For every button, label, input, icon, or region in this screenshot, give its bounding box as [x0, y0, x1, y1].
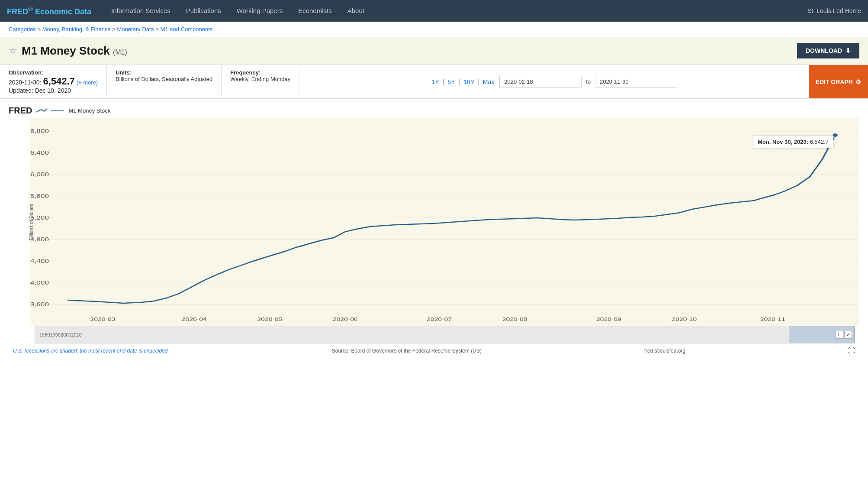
- obs-date-value: 2020-11-30: 6,542.7 (+ more): [9, 76, 98, 87]
- minimap-controls: ⏸ ⤢: [836, 331, 852, 339]
- minimap-pause-button[interactable]: ⏸: [836, 331, 843, 339]
- obs-block-observation: Observation: 2020-11-30: 6,542.7 (+ more…: [0, 65, 107, 98]
- svg-text:2020-04: 2020-04: [182, 317, 207, 322]
- breadcrumb-categories[interactable]: Categories: [9, 26, 36, 32]
- main-nav: FRED® Economic Data Information Services…: [0, 0, 868, 22]
- favorite-icon[interactable]: ☆: [9, 45, 17, 56]
- minimap-2010: 2010: [71, 332, 81, 337]
- chart-footer: U.S. recessions are shaded; the most rec…: [4, 343, 864, 358]
- fred-url: fred.stlouisfed.org: [644, 348, 685, 354]
- edit-graph-button[interactable]: EDIT GRAPH ⚙: [809, 65, 868, 98]
- obs-more-link[interactable]: (+ more): [77, 79, 98, 86]
- range-10y[interactable]: 10Y: [463, 78, 475, 85]
- breadcrumb-monetary-data[interactable]: Monetary Data: [117, 26, 154, 32]
- svg-text:2020-08: 2020-08: [502, 317, 527, 322]
- frequency-value: Weekly, Ending Monday: [230, 76, 290, 82]
- stl-home-link[interactable]: St. Louis Fed Home: [807, 7, 861, 14]
- obs-updated: Updated: Dec 10, 2020: [9, 87, 98, 94]
- nav-publications[interactable]: Publications: [178, 0, 229, 22]
- date-to-input[interactable]: [595, 76, 677, 87]
- svg-point-18: [832, 133, 838, 137]
- obs-block-units: Units: Billions of Dollars, Seasonally A…: [107, 65, 222, 98]
- chart-logo-icon: [36, 108, 47, 114]
- svg-text:6,800: 6,800: [30, 128, 49, 134]
- chart-legend: FRED M1 Money Stock: [4, 103, 864, 118]
- svg-text:2020-09: 2020-09: [596, 317, 621, 322]
- svg-text:2020-07: 2020-07: [427, 317, 452, 322]
- units-label: Units:: [116, 69, 212, 76]
- series-id: (M1): [113, 49, 127, 56]
- chart-area: Billions of Dollars 6,800 6,400: [30, 118, 859, 326]
- source-note: Source: Board of Governors of the Federa…: [332, 348, 482, 354]
- range-max[interactable]: Max: [482, 78, 495, 85]
- minimap-1980: 1980: [39, 332, 50, 337]
- date-from-input[interactable]: [499, 76, 582, 87]
- obs-updated-value: Dec 10, 2020: [35, 87, 71, 94]
- page-title: M1 Money Stock (M1): [22, 44, 127, 58]
- nav-about[interactable]: About: [340, 0, 372, 22]
- obs-label: Observation:: [9, 69, 98, 76]
- nav-information-services[interactable]: Information Services: [103, 0, 178, 22]
- obs-updated-label: Updated:: [9, 87, 33, 94]
- obs-block-frequency: Frequency: Weekly, Ending Monday: [222, 65, 299, 98]
- chart-legend-label: M1 Money Stock: [68, 107, 110, 114]
- chart-outer: Billions of Dollars 6,800 6,400: [4, 118, 864, 326]
- brand-text: FRED® Economic Data: [7, 7, 91, 16]
- edit-graph-icon: ⚙: [855, 78, 861, 85]
- minimap-container: 1980 1990 2000 2010 ⏸ ⤢: [4, 326, 864, 343]
- minimap: 1980 1990 2000 2010 ⏸ ⤢: [35, 326, 855, 343]
- observation-row: Observation: 2020-11-30: 6,542.7 (+ more…: [0, 65, 868, 99]
- svg-text:5,600: 5,600: [30, 193, 49, 199]
- nav-economists[interactable]: Economists: [290, 0, 340, 22]
- nav-working-papers[interactable]: Working Papers: [229, 0, 290, 22]
- download-button[interactable]: DOWNLOAD ⬇: [797, 43, 859, 58]
- time-controls: 1Y | 5Y | 10Y | Max to: [422, 65, 686, 98]
- svg-text:2020-10: 2020-10: [672, 317, 697, 322]
- svg-text:2020-05: 2020-05: [257, 317, 283, 322]
- download-icon: ⬇: [845, 47, 851, 54]
- breadcrumb-money-banking[interactable]: Money, Banking, & Finance: [42, 26, 111, 32]
- svg-text:6,400: 6,400: [30, 150, 49, 155]
- minimap-labels: 1980 1990 2000 2010: [35, 326, 855, 343]
- breadcrumb: Categories > Money, Banking, & Finance >…: [0, 22, 868, 37]
- range-1y[interactable]: 1Y: [431, 78, 440, 85]
- chart-legend-line: [51, 110, 64, 111]
- y-axis-label: Billions of Dollars: [29, 204, 34, 240]
- svg-text:2020-06: 2020-06: [333, 317, 358, 322]
- range-5y[interactable]: 5Y: [447, 78, 456, 85]
- svg-text:4,000: 4,000: [30, 280, 49, 285]
- recession-note[interactable]: U.S. recessions are shaded; the most rec…: [13, 348, 169, 354]
- fullscreen-icon[interactable]: ⛶: [848, 347, 855, 355]
- svg-text:3,600: 3,600: [30, 301, 49, 307]
- svg-text:2020-03: 2020-03: [90, 317, 115, 322]
- minimap-1990: 1990: [50, 332, 60, 337]
- minimap-expand-button[interactable]: ⤢: [844, 331, 852, 339]
- obs-value: 6,542.7: [43, 76, 74, 87]
- svg-text:6,000: 6,000: [30, 172, 49, 177]
- title-block: ☆ M1 Money Stock (M1): [9, 44, 127, 58]
- chart-container: FRED M1 Money Stock Billions of Dollars: [0, 99, 868, 358]
- chart-svg: 6,800 6,400 6,000 5,600 5,200 4,800 4,40…: [30, 118, 859, 326]
- to-label: to: [586, 78, 591, 85]
- time-range-buttons: 1Y | 5Y | 10Y | Max: [431, 78, 495, 85]
- minimap-2000: 2000: [61, 332, 71, 337]
- nav-links: Information Services Publications Workin…: [103, 0, 807, 22]
- svg-text:4,400: 4,400: [30, 258, 49, 264]
- page-header: ☆ M1 Money Stock (M1) DOWNLOAD ⬇: [0, 37, 868, 65]
- brand-logo[interactable]: FRED® Economic Data: [7, 5, 91, 16]
- frequency-label: Frequency:: [230, 69, 290, 76]
- units-value: Billions of Dollars, Seasonally Adjusted: [116, 76, 212, 82]
- fred-chart-logo: FRED: [9, 106, 32, 116]
- breadcrumb-m1-components[interactable]: M1 and Components: [161, 26, 213, 32]
- obs-date: 2020-11-30:: [9, 79, 42, 86]
- svg-text:2020-11: 2020-11: [760, 317, 785, 322]
